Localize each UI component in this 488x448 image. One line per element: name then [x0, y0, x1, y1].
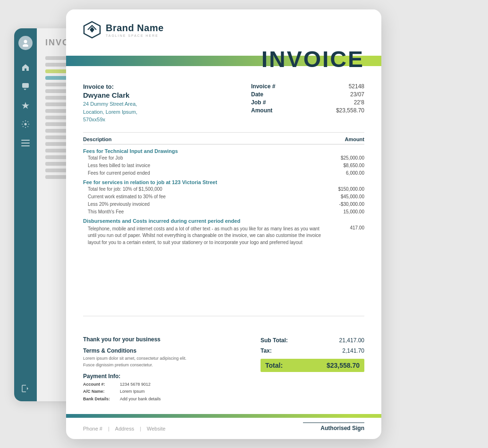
invoice-amount-row: Amount $23,558.70: [251, 107, 364, 114]
item-amount: $45,000.00: [327, 194, 364, 200]
pay-value: Lorem Ipsum: [120, 388, 145, 395]
sign-line: [303, 423, 364, 423]
brand-tagline: TAGLINE SPACE HERE: [106, 34, 164, 37]
total-label: Total:: [265, 362, 283, 369]
total-value: $23,558.70: [327, 362, 360, 369]
sidebar-home-icon[interactable]: [20, 62, 31, 73]
table-row: Less fees billed to last invoice $8,650.…: [83, 162, 364, 169]
svg-rect-6: [21, 145, 30, 146]
table-header: Description Amount: [83, 136, 364, 144]
separator: |: [108, 426, 109, 431]
pay-value: Add your bank details: [120, 396, 161, 403]
terms-title: Terms & Conditions: [83, 347, 187, 354]
invoice-amount-value: $23,558.70: [336, 107, 364, 114]
svg-rect-5: [21, 143, 30, 144]
items-table: Description Amount Fees for Technical In…: [66, 136, 381, 313]
client-name: Dwyane Clark: [83, 91, 137, 99]
footer-phone: Phone #: [83, 426, 102, 431]
sidebar-chat-icon[interactable]: [20, 81, 31, 92]
bottom-lime: [348, 414, 381, 418]
table-row: Current work estimated to 30% of fee $45…: [83, 194, 364, 200]
table-row: This Month's Fee 15,000.00: [83, 209, 364, 215]
invoice-date-value: 23/07: [350, 91, 364, 98]
invoice-meta: Invoice to: Dwyane Clark 24 Dummy Street…: [66, 75, 381, 128]
pay-label: A/C Name:: [83, 388, 116, 395]
invoice-amount-label: Amount: [251, 107, 289, 114]
authorised-sign-area: Authorised Sign: [303, 423, 364, 431]
invoice-number-label: Invoice #: [251, 83, 289, 90]
invoice-date-label: Date: [251, 91, 289, 98]
separator: |: [140, 426, 141, 431]
brand-logo: [83, 21, 101, 39]
item-desc: Total Fee for Job: [83, 155, 327, 161]
svg-rect-2: [22, 83, 29, 88]
invoice-to-label: Invoice to:: [83, 83, 137, 90]
svg-point-0: [24, 40, 27, 43]
invoice-document: Brand Name TAGLINE SPACE HERE INVOICE In…: [66, 9, 381, 439]
sidebar-menu-icon[interactable]: [20, 138, 31, 148]
sidebar: [14, 28, 37, 401]
invoice-job-row: Job # 22'8: [251, 99, 364, 106]
invoice-details: Invoice # 52148 Date 23/07 Job # 22'8 Am…: [251, 83, 364, 124]
sidebar-settings-icon[interactable]: [20, 119, 31, 129]
address-line2: Location, Lorem Ipsum,: [83, 109, 137, 115]
invoice-to: Invoice to: Dwyane Clark 24 Dummy Street…: [83, 83, 137, 124]
payment-title: Payment Info:: [83, 373, 187, 380]
avatar[interactable]: [18, 36, 33, 50]
item-amount: $8,650.00: [327, 162, 364, 169]
item-desc: Less fees billed to last invoice: [83, 162, 327, 169]
bottom-teal: [66, 414, 348, 418]
invoice-job-value: 22'8: [354, 99, 364, 106]
terms-text: Lorem ipsum dolor sit amet, consectetur …: [83, 355, 187, 368]
pay-value: 1234 5678 9012: [120, 381, 151, 388]
payment-name: A/C Name: Lorem Ipsum: [83, 388, 187, 395]
brand-name: Brand Name: [106, 23, 164, 34]
item-amount: 417.00: [327, 225, 364, 231]
amount-header: Amount: [345, 136, 364, 142]
item-desc: This Month's Fee: [83, 209, 327, 215]
footer-website: Website: [147, 426, 166, 431]
pay-label: Bank Details:: [83, 396, 116, 403]
disbursements-text: Telephone, mobile and internet costs and…: [88, 226, 327, 246]
subtotal-value: 21,417.00: [339, 337, 364, 344]
invoice-date-row: Date 23/07: [251, 91, 364, 98]
tax-value: 2,141.70: [342, 347, 364, 354]
payment-account: Account #: 1234 5678 9012: [83, 381, 187, 388]
invoice-title: INVOICE: [261, 48, 364, 71]
address-line3: 570xx59x: [83, 117, 105, 122]
bottom-bar: Phone # | Address | Website Authorised S…: [66, 414, 381, 439]
sidebar-logout-icon[interactable]: [20, 383, 31, 394]
invoice-number-value: 52148: [349, 83, 364, 90]
section2-title: Fee for services in relation to job at 1…: [83, 179, 364, 185]
item-amount: $25,000.00: [327, 155, 364, 161]
tax-row: Tax: 2,141.70: [261, 347, 364, 355]
divider-top: [83, 132, 364, 133]
total-row: Total: $23,558.70: [261, 359, 364, 372]
svg-rect-4: [21, 140, 30, 141]
table-row: Less 20% previously invoiced -$30,000.00: [83, 201, 364, 208]
item-total: 15,000.00: [327, 209, 364, 215]
divider-mid: [83, 316, 364, 316]
bottom-color-bar: [66, 414, 381, 418]
section3-title: Disbursements and Costs incurred during …: [83, 218, 364, 224]
authorised-sign-label: Authorised Sign: [303, 425, 364, 431]
sidebar-star-icon[interactable]: [20, 100, 31, 110]
svg-point-3: [25, 123, 27, 126]
item-amount: $150,000.00: [327, 186, 364, 193]
footer-right: Sub Total: 21,417.00 Tax: 2,141.70 Total…: [261, 336, 364, 403]
item-desc: Current work estimated to 30% of fee: [83, 194, 327, 200]
footer-left: Thank you for your business Terms & Cond…: [83, 336, 187, 403]
table-row: Telephone, mobile and internet costs and…: [83, 225, 364, 247]
brand-text: Brand Name TAGLINE SPACE HERE: [106, 23, 164, 37]
desc-header: Description: [83, 136, 112, 142]
svg-point-1: [23, 44, 28, 47]
subtotal-row: Sub Total: 21,417.00: [261, 336, 364, 345]
item-desc: Less 20% previously invoiced: [83, 201, 327, 208]
subtotal-label: Sub Total:: [261, 337, 288, 344]
invoice-footer-info: Thank you for your business Terms & Cond…: [66, 328, 381, 403]
invoice-header: Brand Name TAGLINE SPACE HERE: [66, 9, 381, 39]
item-desc: Fees for current period ended: [83, 170, 327, 177]
section1-title: Fees for Technical Input and Drawings: [83, 148, 364, 154]
table-row: Total fee for job: 10% of $1,500,000 $15…: [83, 186, 364, 193]
table-row: Total Fee for Job $25,000.00: [83, 155, 364, 161]
